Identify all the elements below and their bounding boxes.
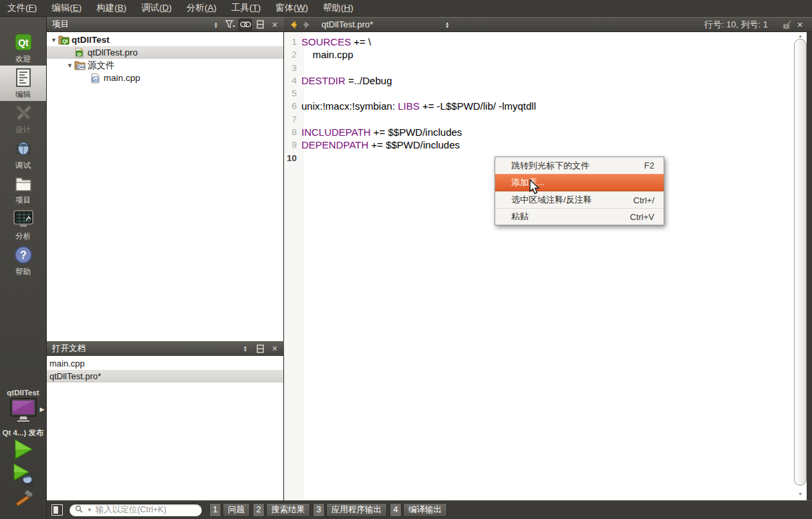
code-text: DEPENDPATH += $$PWD/includes	[301, 138, 460, 151]
nav-back-icon[interactable]	[287, 19, 300, 31]
target-selector[interactable]: qtDllTest ▶ Qt 4...) 发布	[0, 389, 46, 514]
code-text: unix:!macx:!symbian: LIBS += -L$$PWD/lib…	[301, 100, 536, 112]
context-menu-item-shortcut: F2	[644, 161, 654, 171]
target-expand-arrow-icon[interactable]: ▶	[40, 406, 45, 413]
run-button[interactable]	[0, 438, 46, 463]
output-pane-label: 编译输出	[403, 503, 447, 517]
sidebar-mode-帮助[interactable]: ?帮助	[0, 243, 46, 278]
open-document-item[interactable]: qtDllTest.pro*	[47, 370, 283, 383]
projects-panel-title[interactable]: 项目	[52, 19, 209, 30]
output-pane-button-3[interactable]: 3应用程序输出	[313, 503, 387, 517]
panel-selector-updown-icon[interactable]: ▲▼	[209, 19, 223, 31]
code-text: main.cpp	[301, 48, 354, 61]
menubar-item[interactable]: 编辑(E)	[44, 0, 89, 17]
sidebar-mode-项目[interactable]: 项目	[0, 172, 46, 207]
target-kit-label: Qt 4...) 发布	[0, 428, 46, 438]
code-line[interactable]: 9DEPENDPATH += $$PWD/includes	[284, 138, 812, 151]
scrollbar-thumb[interactable]	[794, 39, 807, 486]
nav-forward-icon[interactable]	[300, 19, 313, 31]
code-line[interactable]: 5	[284, 87, 812, 100]
projects-folder-icon	[13, 175, 33, 195]
menubar-item[interactable]: 工具(T)	[224, 0, 268, 17]
filter-icon[interactable]	[224, 19, 237, 31]
code-line[interactable]: 3	[284, 62, 812, 74]
projects-panel-header: 项目 ▲▼×	[47, 17, 284, 32]
code-line[interactable]: 8INCLUDEPATH += $$PWD/includes	[284, 126, 812, 138]
code-line[interactable]: 1SOURCES += \	[284, 35, 812, 48]
open-documents-panel-title[interactable]: 打开文档	[52, 343, 239, 354]
edit-document-icon	[14, 68, 33, 89]
open-documents-list: main.cppqtDllTest.pro*	[47, 356, 284, 500]
menubar-item[interactable]: 帮助(H)	[315, 0, 361, 17]
tree-row[interactable]: ▼C++源文件	[47, 59, 283, 72]
open-documents-panel-header: 打开文档 ▲▼×	[47, 341, 284, 356]
svg-text:C++: C++	[77, 65, 85, 70]
context-menu-item[interactable]: 跳转到光标下的文件F2	[495, 157, 664, 174]
tree-item-label: qtDllTest.pro	[86, 47, 138, 58]
tree-row[interactable]: QtqtDllTest.pro	[47, 46, 283, 59]
context-menu-item[interactable]: 添加库...	[495, 174, 664, 191]
scroll-down-icon[interactable]: ▼	[794, 492, 807, 496]
editor-context-menu: 跳转到光标下的文件F2添加库...选中区域注释/反注释Ctrl+/粘贴Ctrl+…	[495, 157, 664, 225]
menubar-item[interactable]: 构建(B)	[89, 0, 134, 17]
split-panel-icon[interactable]	[253, 19, 267, 31]
help-question-icon: ?	[13, 245, 33, 266]
menubar-item[interactable]: 调试(D)	[134, 0, 179, 17]
context-menu-item[interactable]: 粘贴Ctrl+V	[495, 208, 664, 225]
search-options-dropdown-icon[interactable]: ▼	[87, 507, 92, 513]
code-line[interactable]: 7	[284, 113, 812, 126]
file-lock-icon[interactable]	[780, 19, 793, 31]
menubar-item[interactable]: 分析(A)	[179, 0, 224, 17]
code-editor[interactable]: 1SOURCES += \2 main.cpp34DESTDIR =../Deb…	[284, 32, 812, 500]
editor-scrollbar[interactable]: ▲ ▼	[794, 33, 807, 496]
open-document-item[interactable]: main.cpp	[47, 357, 283, 370]
mode-label: 分析	[15, 231, 31, 241]
scroll-up-icon[interactable]: ▲	[794, 33, 807, 38]
code-line[interactable]: 6unix:!macx:!symbian: LIBS += -L$$PWD/li…	[284, 100, 812, 112]
tree-row[interactable]: ▼QtqtDllTest	[47, 33, 283, 46]
open-document-dropdown[interactable]: qtDllTest.pro*	[321, 19, 445, 29]
panel-selector-updown-icon[interactable]: ▲▼	[239, 342, 252, 354]
design-tools-icon	[13, 103, 33, 124]
debug-run-icon	[11, 463, 35, 490]
close-panel-icon[interactable]: ×	[268, 19, 281, 31]
target-monitor-icon[interactable]	[9, 415, 38, 427]
output-pane-button-4[interactable]: 4编译输出	[390, 503, 447, 517]
close-editor-icon[interactable]: ×	[793, 19, 807, 31]
cpp-file-icon: C++	[90, 73, 102, 84]
menubar-item[interactable]: 窗体(W)	[268, 0, 315, 17]
svg-text:Qt: Qt	[77, 51, 82, 56]
mouse-cursor	[527, 179, 542, 198]
code-area[interactable]: 1SOURCES += \2 main.cpp34DESTDIR =../Deb…	[284, 32, 812, 165]
toggle-sidebar-button[interactable]	[51, 504, 63, 516]
document-dropdown-updown-icon[interactable]: ▲▼	[445, 21, 449, 28]
output-pane-label: 搜索结果	[266, 503, 310, 517]
sidebar-mode-分析[interactable]: 分析	[0, 207, 46, 243]
qt-creator-window: { "menubar": { "items": [ {"label": "文件(…	[0, 0, 812, 519]
code-line[interactable]: 4DESTDIR =../Debug	[284, 74, 812, 87]
close-panel-icon[interactable]: ×	[268, 342, 281, 354]
tree-expander-icon[interactable]: ▼	[49, 37, 58, 43]
build-button[interactable]	[0, 489, 46, 514]
sidebar-mode-调试[interactable]: 调试	[0, 136, 46, 172]
tree-row[interactable]: C++main.cpp	[47, 72, 283, 84]
sidebar-mode-设计: 设计	[0, 101, 46, 136]
link-with-editor-icon[interactable]	[239, 19, 252, 31]
debug-bug-icon	[13, 138, 34, 160]
target-project-name: qtDllTest	[0, 389, 46, 397]
sidebar-mode-欢迎[interactable]: Qt欢迎	[0, 30, 46, 66]
context-menu-item[interactable]: 选中区域注释/反注释Ctrl+/	[495, 191, 664, 208]
locator-search-input[interactable]: ▼ 输入以定位(Ctrl+K)	[69, 504, 202, 517]
tree-expander-icon[interactable]: ▼	[65, 62, 74, 69]
output-pane-button-2[interactable]: 2搜索结果	[253, 503, 310, 517]
line-number: 7	[284, 113, 301, 126]
mode-label: 设计	[15, 125, 31, 135]
split-panel-icon[interactable]	[253, 342, 267, 354]
code-line[interactable]: 2 main.cpp	[284, 48, 812, 61]
menubar-item[interactable]: 文件(F)	[0, 0, 44, 17]
output-pane-button-1[interactable]: 1问题	[209, 503, 250, 517]
code-text: INCLUDEPATH += $$PWD/includes	[301, 126, 462, 138]
sidebar-mode-编辑[interactable]: 编辑	[0, 66, 46, 101]
run-play-icon	[12, 438, 35, 463]
debug-run-button[interactable]	[0, 463, 46, 489]
